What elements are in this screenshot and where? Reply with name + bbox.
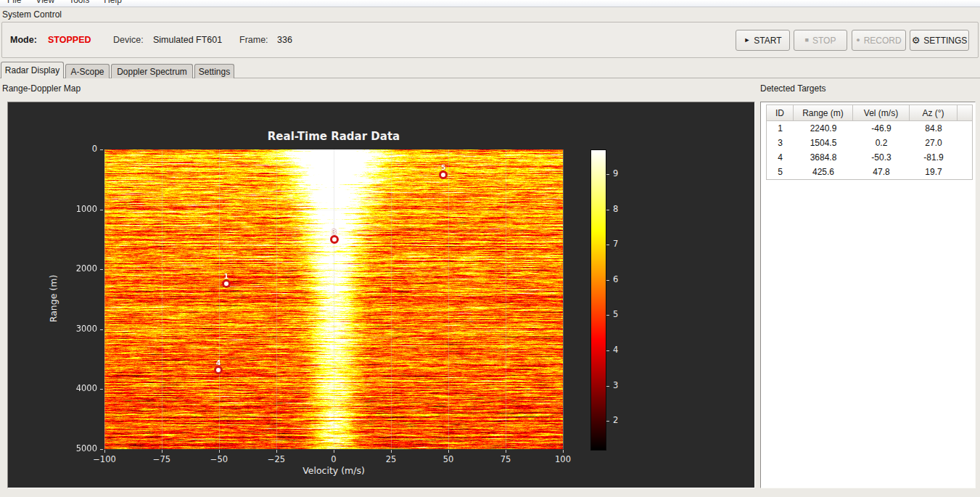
colorbar-tick-mark [606, 386, 609, 387]
gridline-vertical [219, 149, 220, 449]
gridline-vertical [276, 149, 277, 449]
table-row[interactable]: 43684.8-50.3-81.9 [767, 150, 972, 165]
cell: 2240.9 [794, 121, 853, 136]
colorbar-tick-label: 6 [613, 274, 618, 284]
colorbar [590, 149, 606, 451]
menu-file[interactable]: File [0, 0, 28, 6]
settings-button-label: SETTINGS [923, 36, 967, 46]
detected-targets-title: Detected Targets [760, 83, 826, 94]
x-tick-mark [506, 450, 506, 453]
y-tick-mark [100, 449, 103, 450]
y-tick-mark [100, 389, 103, 390]
x-tick-mark [219, 450, 220, 453]
x-tick-label: −50 [201, 454, 237, 464]
record-button: ●RECORD [852, 30, 906, 51]
settings-button[interactable]: ⚙SETTINGS [910, 30, 969, 51]
detected-targets-panel: IDRange (m)Vel (m/s)Az (°)12240.9-46.984… [760, 102, 976, 488]
gear-icon: ⚙ [912, 36, 921, 45]
gridline-horizontal [104, 210, 563, 210]
gridline-vertical [506, 149, 506, 449]
start-button[interactable]: ►START [736, 30, 790, 51]
colorbar-tick-mark [606, 280, 609, 281]
cell: 5 [767, 165, 794, 179]
colorbar-tick-mark [606, 421, 609, 422]
table-row[interactable]: 31504.50.227.0 [767, 136, 972, 150]
target-marker-1 [222, 279, 231, 288]
gridline-vertical [334, 149, 334, 449]
cell: 84.8 [910, 121, 958, 136]
cell: 27.0 [910, 136, 958, 150]
y-tick-mark [100, 269, 103, 270]
column-header-id[interactable]: ID [767, 105, 794, 121]
x-tick-label: 50 [430, 454, 466, 464]
colorbar-tick-label: 5 [613, 309, 618, 319]
menu-view[interactable]: View [28, 0, 62, 6]
x-tick-mark [563, 450, 564, 453]
frame-value: 336 [277, 35, 292, 45]
table-header-row: IDRange (m)Vel (m/s)Az (°) [767, 105, 972, 121]
y-axis-label: Range (m) [48, 226, 59, 371]
cell: -81.9 [910, 150, 958, 165]
cell: 1 [767, 121, 794, 136]
colorbar-tick-label: 2 [613, 415, 618, 425]
mode-value: STOPPED [48, 35, 91, 45]
range-doppler-plot-panel: Real-Time Radar Data Velocity (m/s) Rang… [7, 102, 755, 488]
record-icon: ● [856, 37, 860, 44]
gridline-vertical [448, 149, 449, 449]
x-tick-mark [162, 450, 162, 453]
gridline-vertical [563, 149, 564, 449]
gridline-horizontal [104, 329, 563, 330]
colorbar-tick-mark [606, 210, 609, 210]
column-header-velms[interactable]: Vel (m/s) [853, 105, 910, 121]
colorbar-tick-mark [606, 174, 609, 175]
y-tick-label: 5000 [46, 443, 97, 453]
system-control-title: System Control [2, 9, 62, 20]
target-marker-label-4: 4 [216, 358, 221, 366]
x-tick-mark [334, 450, 334, 453]
colorbar-tick-label: 7 [613, 239, 618, 249]
device-value: Simulated FT601 [153, 35, 222, 45]
frame-label: Frame: [239, 35, 268, 45]
target-marker-4 [214, 366, 223, 374]
table-row[interactable]: 12240.9-46.984.8 [767, 121, 972, 136]
x-tick-label: −25 [258, 454, 295, 464]
menu-bar: FileViewToolsHelp [0, 0, 980, 7]
tab-a-scope[interactable]: A-Scope [65, 64, 110, 78]
cell: 425.6 [794, 165, 853, 179]
column-header-az[interactable]: Az (°) [910, 105, 958, 121]
device-label: Device: [113, 35, 144, 45]
table-row[interactable]: 5425.647.819.7 [767, 165, 972, 179]
colorbar-tick-label: 9 [613, 168, 618, 178]
cell: 19.7 [910, 165, 958, 179]
tab-radar-display[interactable]: Radar Display [1, 62, 64, 78]
x-tick-label: −100 [86, 454, 123, 464]
colorbar-tick-label: 8 [613, 204, 618, 214]
x-tick-label: 25 [373, 454, 409, 464]
stop-button: ■STOP [794, 30, 847, 51]
gridline-vertical [104, 149, 105, 449]
colorbar-tick-label: 3 [613, 380, 618, 390]
target-marker-3 [330, 235, 339, 244]
x-tick-mark [391, 450, 392, 453]
stop-button-label: STOP [812, 36, 836, 46]
tab-doppler-spectrum[interactable]: Doppler Spectrum [111, 64, 193, 78]
menu-tools[interactable]: Tools [62, 0, 96, 6]
y-tick-label: 4000 [46, 383, 97, 393]
gridline-horizontal [104, 389, 563, 390]
cell: -50.3 [853, 150, 910, 165]
gridline-vertical [391, 149, 392, 449]
tab-settings[interactable]: Settings [194, 64, 234, 78]
y-tick-label: 0 [46, 144, 97, 154]
target-marker-label-3: 3 [332, 228, 337, 236]
column-header-rangem[interactable]: Range (m) [794, 105, 853, 121]
column-header-stub [958, 105, 972, 121]
menu-help[interactable]: Help [96, 0, 129, 6]
y-tick-label: 2000 [46, 263, 97, 274]
colorbar-tick-mark [606, 245, 609, 245]
gridline-horizontal [104, 269, 563, 270]
cell: -46.9 [853, 121, 910, 136]
x-tick-label: 0 [316, 454, 352, 464]
y-tick-label: 1000 [46, 204, 97, 214]
cell: 47.8 [853, 165, 910, 179]
cell: 3684.8 [794, 150, 853, 165]
